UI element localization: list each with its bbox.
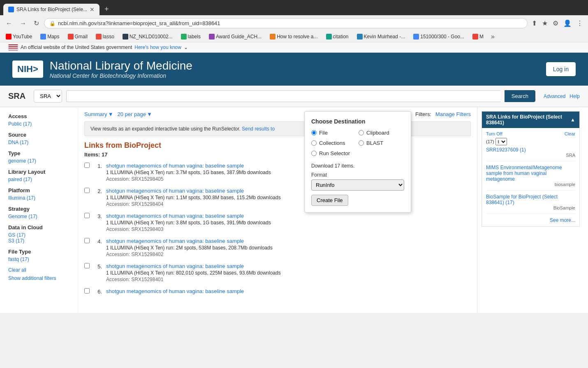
result-meta: 1 ILLUMINA (HiSeq X Ten) run: 3.7M spots… <box>106 170 471 175</box>
filter-item[interactable]: Genome (17) <box>8 214 74 219</box>
sidebar-box-header: SRA Links for BioProject (Select 838641)… <box>482 112 579 128</box>
reload-button[interactable]: ↻ <box>31 18 42 29</box>
filter-item[interactable]: fastq (17) <box>8 256 74 262</box>
result-checkbox-input[interactable] <box>84 238 90 243</box>
sidebar-result-mims-link[interactable]: MIMS Environmental/Metagenome sample fro… <box>486 165 562 182</box>
filter-section-library-layout: Library Layoutpaired (17) <box>8 169 74 182</box>
sidebar-box-title: SRA Links for BioProject (Select 838641) <box>486 114 570 126</box>
more-bookmarks-button[interactable]: » <box>489 32 496 41</box>
filter-section-file-type: File Typefastq (17) <box>8 249 74 262</box>
dest-clipboard-option[interactable]: Clipboard <box>359 130 404 136</box>
filter-item[interactable]: paired (17) <box>8 177 74 182</box>
filter-item[interactable]: DNA (17) <box>8 140 74 145</box>
choose-destination-popup: Choose Destination File Clipboard <box>304 111 411 213</box>
url-text: ncbi.nlm.nih.gov/sra?linkname=bioproject… <box>58 20 522 26</box>
back-button[interactable]: ← <box>3 18 15 29</box>
advanced-search-link[interactable]: Advanced <box>544 93 565 99</box>
nav-bar: ← → ↻ 🔒 ncbi.nlm.nih.gov/sra?linkname=bi… <box>0 15 588 31</box>
result-meta: 1 ILLUMINA (HiSeq X Ten) run: 1.1M spots… <box>106 195 471 200</box>
bookmark-youtube[interactable]: YouTube <box>3 33 35 40</box>
sra-search-area: SRA SRA Search Advanced Help <box>0 86 588 107</box>
see-more-link[interactable]: See more... <box>486 217 575 223</box>
result-title-link[interactable]: shotgun metagenomics of human vagina: ba… <box>106 238 244 244</box>
filter-item[interactable]: genome (17) <box>8 158 74 164</box>
result-title-link[interactable]: shotgun metagenomics of human vagina: ba… <box>106 163 244 169</box>
sidebar-result-biosample-link[interactable]: BioSample for BioProject (Select 838641)… <box>486 194 558 205</box>
result-title-link[interactable]: shotgun metagenomics of human vagina: ba… <box>106 213 244 219</box>
bookmark-label: Maps <box>47 34 59 40</box>
table-row: 6.shotgun metagenomics of human vagina: … <box>84 288 471 295</box>
format-select[interactable]: RunInfo Accession List Metadata <box>311 179 404 191</box>
result-title-link[interactable]: shotgun metagenomics of human vagina: ba… <box>106 263 244 269</box>
dest-blast-option[interactable]: BLAST <box>359 140 404 146</box>
filters-label: Filters: <box>415 111 431 117</box>
bookmark-nznkld010002[interactable]: NZ_NKLD010002... <box>120 33 175 40</box>
dest-runselector-option[interactable]: Run Selector <box>311 150 357 156</box>
create-file-button[interactable]: Create File <box>311 195 348 206</box>
tab-title: SRA Links for BioProject (Sele... <box>16 7 87 12</box>
bookmark-howtoresolve[interactable]: How to resolve a... <box>267 33 320 40</box>
result-checkbox-input[interactable] <box>84 288 90 293</box>
run-selector-notice: View results as an expanded interactive … <box>84 121 471 136</box>
bookmark-lasso[interactable]: lasso <box>93 33 117 40</box>
profile-button[interactable]: 👤 <box>562 18 573 29</box>
manage-filters-link[interactable]: Manage Filters <box>435 111 471 117</box>
filter-item[interactable]: S3 (17) <box>8 238 74 244</box>
sidebar-filter-select[interactable]: t <box>495 138 507 145</box>
forward-button[interactable]: → <box>17 18 29 29</box>
result-title-link[interactable]: shotgun metagenomics of human vagina: ba… <box>106 288 244 294</box>
result-title-link[interactable]: shotgun metagenomics of human vagina: ba… <box>106 188 244 194</box>
bookmark-gmail[interactable]: Gmail <box>65 33 90 40</box>
bookmark-awardguideac[interactable]: Award Guide_ACH... <box>206 33 264 40</box>
download-note: Download 17 items. <box>311 163 404 169</box>
sidebar-turn-off[interactable]: Turn Off <box>486 131 502 136</box>
active-tab[interactable]: SRA Links for BioProject (Sele... ✕ <box>3 4 100 15</box>
address-bar[interactable]: 🔒 ncbi.nlm.nih.gov/sra?linkname=bioproje… <box>44 18 528 28</box>
bookmark-151000300goo[interactable]: 151000/300 - Goo... <box>411 33 467 40</box>
result-accession: Accession: SRX15298405 <box>106 176 471 182</box>
result-checkbox-input[interactable] <box>84 263 90 268</box>
bookmark-labels[interactable]: labels <box>178 33 203 40</box>
heres-how-link[interactable]: Here's how you know <box>134 44 181 50</box>
menu-button[interactable]: ⋮ <box>575 18 585 29</box>
help-link[interactable]: Help <box>569 93 580 99</box>
bookmark-label: citation <box>333 34 349 40</box>
bookmark-citation[interactable]: citation <box>324 33 351 40</box>
new-tab-button[interactable]: + <box>101 3 112 15</box>
result-checkbox-input[interactable] <box>84 213 90 218</box>
bookmark-kevinmuirhea[interactable]: Kevin Muirhead -... <box>354 33 408 40</box>
send-results-link[interactable]: Send results to <box>242 126 275 132</box>
search-button[interactable]: Search <box>505 90 535 102</box>
bookmark-icon-m <box>472 34 478 40</box>
filter-section-title: File Type <box>8 249 74 255</box>
share-button[interactable]: ⬆ <box>530 18 539 29</box>
per-page-button[interactable]: 20 per page ▼ <box>118 111 152 117</box>
result-checkbox-input[interactable] <box>84 188 90 193</box>
login-button[interactable]: Log in <box>546 62 576 76</box>
sidebar-clear[interactable]: Clear <box>565 131 575 136</box>
dest-file-option[interactable]: File <box>311 130 357 136</box>
filter-section-title: Access <box>8 113 74 119</box>
dest-collections-option[interactable]: Collections <box>311 140 357 146</box>
search-category-select[interactable]: SRA <box>34 90 62 102</box>
summary-button[interactable]: Summary ▼ <box>84 111 113 117</box>
filter-item[interactable]: Illumina (17) <box>8 195 74 201</box>
bookmark-maps[interactable]: Maps <box>38 33 62 40</box>
bookmark-m[interactable]: M <box>470 33 486 40</box>
result-number: 1. <box>94 163 102 169</box>
clear-all-filters-link[interactable]: Clear all <box>8 267 74 273</box>
show-additional-filters-link[interactable]: Show additional filters <box>8 275 74 281</box>
search-input[interactable] <box>66 90 500 102</box>
sidebar-result-srr-link[interactable]: SRR19237609 (1) <box>486 147 526 153</box>
extensions-button[interactable]: ⚙ <box>551 18 560 29</box>
results-list: 1.shotgun metagenomics of human vagina: … <box>84 163 471 295</box>
result-content: shotgun metagenomics of human vagina: ba… <box>106 163 471 182</box>
bookmark-label: NZ_NKLD010002... <box>130 34 173 40</box>
bookmark-button[interactable]: ★ <box>540 18 549 29</box>
bookmark-icon-howto <box>270 34 275 40</box>
tab-close-btn[interactable]: ✕ <box>90 6 95 13</box>
us-flag-icon <box>8 44 18 51</box>
result-checkbox-input[interactable] <box>84 163 90 168</box>
filter-item[interactable]: GS (17) <box>8 232 74 238</box>
filter-item[interactable]: Public (17) <box>8 121 74 127</box>
